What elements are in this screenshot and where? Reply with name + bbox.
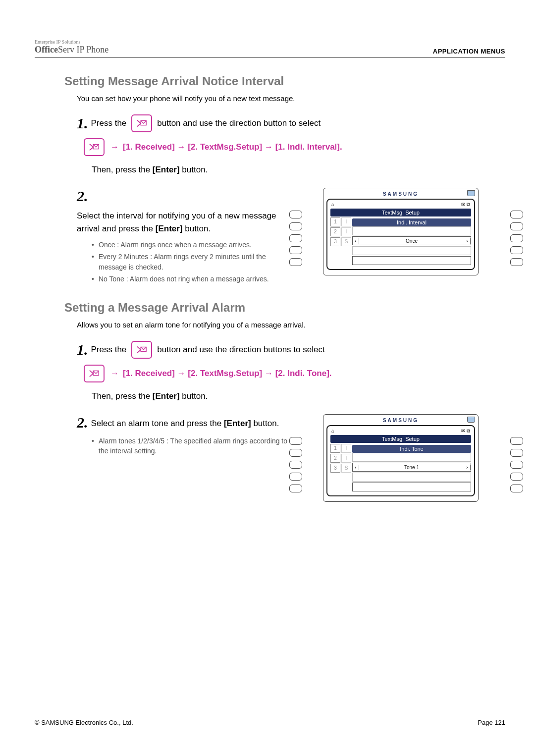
section1-then: Then, press the [Enter] button. [92,165,505,175]
brand-tail: IP Phone [74,45,108,54]
section1-nav-path: → [1. Received] → [2. TextMsg.Setup] → [… [82,138,505,156]
enter-label: [Enter] [156,224,183,233]
step2-c: button. [251,419,279,428]
menu-num: 1 [330,217,340,226]
home-icon: ⌂ [331,428,334,434]
menu-lab: I [341,444,351,453]
section2-step1: 1. Press the button and use the directio… [77,341,485,359]
section2-step2: 2. Select an alarm tone and press the [E… [77,414,291,458]
message-button-icon [131,114,152,132]
then-a: Then, press the [92,391,153,401]
section2-intro: Allows you to set an alarm tone for noti… [77,321,505,329]
screen-title: TextMsg. Setup [330,209,471,216]
selected-value: Once [359,238,464,244]
home-icon: ⌂ [331,202,334,208]
mail-icons: ✉ ⧉ [461,428,470,434]
device-brand: SAMSUNG [326,418,475,423]
step-number-2: 2. [77,414,88,431]
then-c: button. [180,165,208,174]
section2-then: Then, press the [Enter] button. [92,391,505,401]
device-nub [467,417,475,423]
spinner-left-icon: ‹ [353,238,359,244]
spinner-left-icon: ‹ [353,465,359,470]
then-c: button. [180,391,208,401]
copyright: © SAMSUNG Electronics Co., Ltd. [35,719,133,726]
selected-value: Tone 1 [359,465,464,470]
section2-title: Setting a Message Arrival Alarm [64,301,505,315]
mail-icons: ✉ ⧉ [461,202,470,208]
step1-text-b: button and use the direction buttons to … [157,345,324,355]
step-number-1: 1. [77,341,88,358]
section1-step1: 1. Press the button and use the directio… [77,114,485,132]
step2-c: button. [183,224,211,233]
menu-lab: I [341,217,351,226]
step2-a: Select an alarm tone and press the [91,419,224,428]
brand: Enterprise IP Solutions OfficeServ IP Ph… [35,40,108,55]
section1-title: Setting Message Arrival Notice Interval [64,74,505,88]
message-button-icon [131,341,152,359]
screen-title: TextMsg. Setup [330,435,471,443]
device-brand: SAMSUNG [326,191,475,197]
nav-path-text: [1. Received] → [2. TextMsg.Setup] → [1.… [123,142,342,152]
header-section: APPLICATION MENUS [433,48,505,55]
screen-subtitle: Indi. Interval [352,218,471,226]
bullet: Alarm tones 1/2/3/4/5 : The specified al… [92,436,291,456]
brand-bold: Office [35,45,58,54]
enter-label: [Enter] [153,165,180,174]
step1-text-b: button and use the direction button to s… [157,118,321,128]
menu-num: 1 [330,444,340,453]
step1-text-a: Press the [91,118,127,128]
menu-num: 3 [330,237,340,246]
bullet: Every 2 Minutes : Alarm rings every 2 mi… [92,252,291,272]
bullet: Once : Alarm rings once when a message a… [92,240,291,250]
page-footer: © SAMSUNG Electronics Co., Ltd. Page 121 [35,719,505,726]
bullet: No Tone : Alarm does not ring when a mes… [92,274,291,284]
nav-path-text: [1. Received] → [2. TextMsg.Setup] → [2.… [123,369,332,378]
screen-subtitle: Indi. Tone [352,445,471,453]
section1-step2: 2. Select the interval for notifying you… [77,188,291,286]
message-button-icon [84,138,105,156]
section1-intro: You can set how your phone will notify y… [77,94,505,103]
then-a: Then, press the [92,165,153,174]
message-button-icon [84,365,105,382]
page-header: Enterprise IP Solutions OfficeServ IP Ph… [35,40,505,57]
brand-rest: Serv [58,45,74,54]
spinner-right-icon: › [464,465,471,470]
section1-bullets: Once : Alarm rings once when a message a… [92,240,291,284]
menu-lab: I [341,227,351,236]
section2-nav-path: → [1. Received] → [2. TextMsg.Setup] → [… [82,365,505,382]
step-number-2: 2. [77,188,88,205]
menu-lab: I [341,454,351,463]
spinner-right-icon: › [464,238,471,244]
device-illustration-2: SAMSUNG ⌂✉ ⧉ TextMsg. Setup 1 2 3 I I [306,414,505,502]
menu-lab: S [341,237,351,246]
menu-lab: S [341,464,351,473]
menu-num: 3 [330,464,340,473]
menu-num: 2 [330,454,340,463]
section2-bullets: Alarm tones 1/2/3/4/5 : The specified al… [92,436,291,456]
device-illustration-1: SAMSUNG ⌂✉ ⧉ TextMsg. Setup 1 2 3 I I [306,188,505,275]
enter-label: [Enter] [224,419,251,428]
menu-num: 2 [330,227,340,236]
device-nub [467,190,475,196]
step1-text-a: Press the [91,345,127,355]
brand-tiny: Enterprise IP Solutions [35,40,108,45]
page-number: Page 121 [478,719,505,726]
enter-label: [Enter] [153,391,180,401]
step-number-1: 1. [77,115,88,132]
